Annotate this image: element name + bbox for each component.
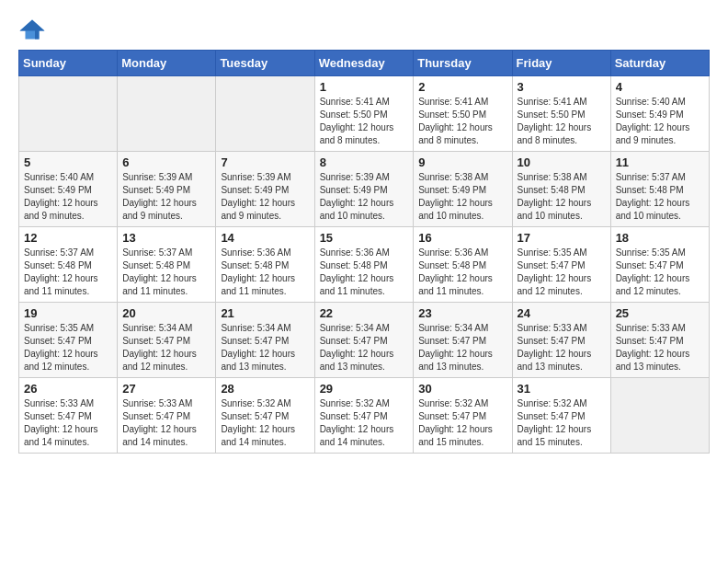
calendar-day-cell: 14Sunrise: 5:36 AM Sunset: 5:48 PM Dayli… <box>216 227 314 303</box>
day-info: Sunrise: 5:34 AM Sunset: 5:47 PM Dayligh… <box>122 322 210 373</box>
day-number: 15 <box>320 231 409 245</box>
calendar-week-row: 12Sunrise: 5:37 AM Sunset: 5:48 PM Dayli… <box>19 227 710 303</box>
day-info: Sunrise: 5:38 AM Sunset: 5:48 PM Dayligh… <box>518 171 606 223</box>
calendar-day-cell: 20Sunrise: 5:34 AM Sunset: 5:47 PM Dayli… <box>118 303 216 378</box>
calendar-day-cell <box>610 378 709 454</box>
day-info: Sunrise: 5:38 AM Sunset: 5:49 PM Dayligh… <box>418 171 506 223</box>
day-info: Sunrise: 5:36 AM Sunset: 5:48 PM Dayligh… <box>221 247 309 298</box>
calendar-day-cell: 21Sunrise: 5:34 AM Sunset: 5:47 PM Dayli… <box>216 303 314 378</box>
day-number: 30 <box>418 382 506 396</box>
day-info: Sunrise: 5:39 AM Sunset: 5:49 PM Dayligh… <box>320 171 409 223</box>
day-info: Sunrise: 5:35 AM Sunset: 5:47 PM Dayligh… <box>616 247 704 298</box>
day-number: 22 <box>320 306 409 320</box>
calendar-header-row: SundayMondayTuesdayWednesdayThursdayFrid… <box>19 51 710 76</box>
calendar-day-cell: 12Sunrise: 5:37 AM Sunset: 5:48 PM Dayli… <box>19 227 118 303</box>
calendar-day-cell: 13Sunrise: 5:37 AM Sunset: 5:48 PM Dayli… <box>118 227 216 303</box>
day-number: 9 <box>418 155 506 169</box>
day-info: Sunrise: 5:33 AM Sunset: 5:47 PM Dayligh… <box>616 322 704 373</box>
day-number: 31 <box>518 382 606 396</box>
calendar-day-cell: 22Sunrise: 5:34 AM Sunset: 5:47 PM Dayli… <box>314 303 414 378</box>
calendar-day-cell: 7Sunrise: 5:39 AM Sunset: 5:49 PM Daylig… <box>216 152 314 227</box>
day-info: Sunrise: 5:41 AM Sunset: 5:50 PM Dayligh… <box>518 96 606 147</box>
day-number: 3 <box>518 80 606 94</box>
calendar-day-cell: 24Sunrise: 5:33 AM Sunset: 5:47 PM Dayli… <box>512 303 610 378</box>
day-number: 6 <box>122 155 210 169</box>
calendar-day-cell: 8Sunrise: 5:39 AM Sunset: 5:49 PM Daylig… <box>314 152 414 227</box>
day-info: Sunrise: 5:37 AM Sunset: 5:48 PM Dayligh… <box>616 171 704 223</box>
day-number: 28 <box>221 382 309 396</box>
day-info: Sunrise: 5:33 AM Sunset: 5:47 PM Dayligh… <box>122 397 210 449</box>
calendar-week-row: 19Sunrise: 5:35 AM Sunset: 5:47 PM Dayli… <box>19 303 710 378</box>
calendar-day-cell: 2Sunrise: 5:41 AM Sunset: 5:50 PM Daylig… <box>414 76 512 152</box>
calendar-day-cell: 17Sunrise: 5:35 AM Sunset: 5:47 PM Dayli… <box>512 227 610 303</box>
day-info: Sunrise: 5:36 AM Sunset: 5:48 PM Dayligh… <box>418 247 506 298</box>
day-number: 19 <box>24 306 112 320</box>
day-number: 10 <box>518 155 606 169</box>
calendar-day-cell: 23Sunrise: 5:34 AM Sunset: 5:47 PM Dayli… <box>414 303 512 378</box>
day-number: 20 <box>122 306 210 320</box>
day-info: Sunrise: 5:40 AM Sunset: 5:49 PM Dayligh… <box>24 171 112 223</box>
calendar-day-cell: 30Sunrise: 5:32 AM Sunset: 5:47 PM Dayli… <box>414 378 512 454</box>
day-number: 23 <box>418 306 506 320</box>
calendar-week-row: 5Sunrise: 5:40 AM Sunset: 5:49 PM Daylig… <box>19 152 710 227</box>
day-info: Sunrise: 5:35 AM Sunset: 5:47 PM Dayligh… <box>518 247 606 298</box>
day-info: Sunrise: 5:40 AM Sunset: 5:49 PM Dayligh… <box>616 96 704 147</box>
day-info: Sunrise: 5:34 AM Sunset: 5:47 PM Dayligh… <box>221 322 309 373</box>
calendar-day-cell: 27Sunrise: 5:33 AM Sunset: 5:47 PM Dayli… <box>118 378 216 454</box>
day-number: 14 <box>221 231 309 245</box>
day-info: Sunrise: 5:32 AM Sunset: 5:47 PM Dayligh… <box>418 397 506 449</box>
day-info: Sunrise: 5:32 AM Sunset: 5:47 PM Dayligh… <box>320 397 409 449</box>
calendar-day-cell: 31Sunrise: 5:32 AM Sunset: 5:47 PM Dayli… <box>512 378 610 454</box>
day-number: 2 <box>418 80 506 94</box>
day-info: Sunrise: 5:37 AM Sunset: 5:48 PM Dayligh… <box>122 247 210 298</box>
calendar-day-cell: 10Sunrise: 5:38 AM Sunset: 5:48 PM Dayli… <box>512 152 610 227</box>
calendar-day-cell: 25Sunrise: 5:33 AM Sunset: 5:47 PM Dayli… <box>610 303 709 378</box>
day-info: Sunrise: 5:35 AM Sunset: 5:47 PM Dayligh… <box>24 322 112 373</box>
calendar-day-cell: 4Sunrise: 5:40 AM Sunset: 5:49 PM Daylig… <box>610 76 709 152</box>
day-number: 4 <box>616 80 704 94</box>
day-number: 26 <box>24 382 112 396</box>
calendar-day-header: Monday <box>118 51 216 76</box>
day-number: 13 <box>122 231 210 245</box>
calendar-week-row: 26Sunrise: 5:33 AM Sunset: 5:47 PM Dayli… <box>19 378 710 454</box>
day-info: Sunrise: 5:33 AM Sunset: 5:47 PM Dayligh… <box>24 397 112 449</box>
calendar-day-cell: 11Sunrise: 5:37 AM Sunset: 5:48 PM Dayli… <box>610 152 709 227</box>
calendar-day-cell: 18Sunrise: 5:35 AM Sunset: 5:47 PM Dayli… <box>610 227 709 303</box>
day-number: 18 <box>616 231 704 245</box>
day-info: Sunrise: 5:39 AM Sunset: 5:49 PM Dayligh… <box>221 171 309 223</box>
day-info: Sunrise: 5:32 AM Sunset: 5:47 PM Dayligh… <box>221 397 309 449</box>
day-info: Sunrise: 5:34 AM Sunset: 5:47 PM Dayligh… <box>418 322 506 373</box>
calendar-day-header: Friday <box>512 51 610 76</box>
day-info: Sunrise: 5:41 AM Sunset: 5:50 PM Dayligh… <box>418 96 506 147</box>
calendar-day-header: Wednesday <box>314 51 414 76</box>
day-number: 7 <box>221 155 309 169</box>
day-number: 1 <box>320 80 409 94</box>
day-info: Sunrise: 5:36 AM Sunset: 5:48 PM Dayligh… <box>320 247 409 298</box>
day-info: Sunrise: 5:34 AM Sunset: 5:47 PM Dayligh… <box>320 322 409 373</box>
calendar-day-header: Thursday <box>414 51 512 76</box>
calendar-day-header: Tuesday <box>216 51 314 76</box>
calendar-day-cell: 5Sunrise: 5:40 AM Sunset: 5:49 PM Daylig… <box>19 152 118 227</box>
calendar-day-cell <box>19 76 118 152</box>
day-number: 17 <box>518 231 606 245</box>
calendar-day-header: Sunday <box>19 51 118 76</box>
calendar-day-cell: 26Sunrise: 5:33 AM Sunset: 5:47 PM Dayli… <box>19 378 118 454</box>
calendar-day-cell: 6Sunrise: 5:39 AM Sunset: 5:49 PM Daylig… <box>118 152 216 227</box>
day-info: Sunrise: 5:41 AM Sunset: 5:50 PM Dayligh… <box>320 96 409 147</box>
calendar-day-cell: 1Sunrise: 5:41 AM Sunset: 5:50 PM Daylig… <box>314 76 414 152</box>
day-info: Sunrise: 5:37 AM Sunset: 5:48 PM Dayligh… <box>24 247 112 298</box>
day-info: Sunrise: 5:39 AM Sunset: 5:49 PM Dayligh… <box>122 171 210 223</box>
day-info: Sunrise: 5:33 AM Sunset: 5:47 PM Dayligh… <box>518 322 606 373</box>
calendar-day-cell: 29Sunrise: 5:32 AM Sunset: 5:47 PM Dayli… <box>314 378 414 454</box>
logo <box>18 18 50 40</box>
day-info: Sunrise: 5:32 AM Sunset: 5:47 PM Dayligh… <box>518 397 606 449</box>
day-number: 27 <box>122 382 210 396</box>
calendar-day-cell <box>118 76 216 152</box>
calendar-table: SundayMondayTuesdayWednesdayThursdayFrid… <box>18 50 710 454</box>
day-number: 24 <box>518 306 606 320</box>
day-number: 29 <box>320 382 409 396</box>
day-number: 21 <box>221 306 309 320</box>
calendar-day-header: Saturday <box>610 51 709 76</box>
calendar-day-cell: 16Sunrise: 5:36 AM Sunset: 5:48 PM Dayli… <box>414 227 512 303</box>
day-number: 12 <box>24 231 112 245</box>
